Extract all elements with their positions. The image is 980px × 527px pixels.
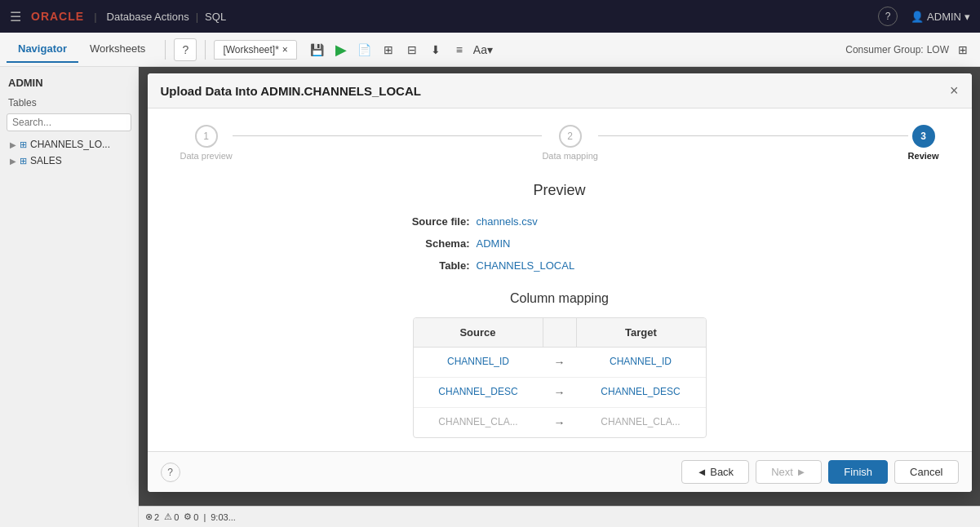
- status-errors: ⊗ 2: [145, 512, 159, 522]
- hamburger-icon[interactable]: ☰: [10, 9, 21, 24]
- status-warnings: ⚠ 0: [164, 512, 179, 522]
- tab-worksheets[interactable]: Worksheets: [78, 36, 157, 63]
- table-icon-2: ⊞: [20, 156, 27, 166]
- column-mapping-title: Column mapping: [197, 291, 923, 306]
- topbar-help-button[interactable]: ?: [878, 7, 898, 26]
- worksheet-tab[interactable]: [Worksheet]* ×: [214, 40, 297, 60]
- modal-footer: ? ◄ Back Next ► Finish Cancel: [148, 451, 972, 492]
- mapping-target-3: CHANNEL_CLA...: [576, 408, 706, 437]
- sidebar-item-channels[interactable]: ▶ ⊞ CHANNELS_LO...: [7, 136, 131, 153]
- preview-title: Preview: [197, 182, 923, 199]
- cancel-button[interactable]: Cancel: [894, 460, 958, 484]
- mapping-table: Source Target CHANNEL_ID → CHANNEL_ID CH…: [413, 317, 707, 438]
- info-icon: ⚙: [184, 512, 192, 522]
- consumer-group-value[interactable]: LOW: [927, 44, 949, 55]
- aa-icon[interactable]: Aa▾: [472, 39, 494, 60]
- mapping-source-1: CHANNEL_ID: [414, 348, 543, 377]
- status-separator: |: [203, 512, 206, 522]
- step-line-2: [598, 135, 908, 136]
- sidebar-schema: ADMIN: [7, 73, 131, 92]
- expand-icon-2: ▶: [10, 157, 16, 166]
- mapping-target-2: CHANNEL_DESC: [576, 378, 706, 407]
- modal-overlay: Upload Data Into ADMIN.CHANNELS_LOCAL × …: [139, 67, 980, 527]
- schema-value: ADMIN: [477, 237, 764, 250]
- step-2-circle: 2: [559, 125, 582, 148]
- mapping-source-3: CHANNEL_CLA...: [414, 408, 543, 437]
- mapping-arrow-1: →: [543, 348, 576, 377]
- table-icon: ⊞: [20, 140, 27, 150]
- step-3-circle: 3: [912, 125, 935, 148]
- close-worksheet-icon[interactable]: ×: [282, 44, 288, 55]
- user-label: ADMIN: [927, 11, 961, 23]
- mapping-arrow-2: →: [543, 378, 576, 407]
- sidebar-search-input[interactable]: [7, 113, 131, 131]
- save-icon[interactable]: 💾: [307, 39, 328, 60]
- mapping-row-2: CHANNEL_DESC → CHANNEL_DESC: [414, 378, 706, 408]
- step-3: 3 Review: [908, 125, 939, 161]
- mapping-header: Source Target: [414, 318, 706, 348]
- toolbar-icons: 💾 ▶ 📄 ⊞ ⊟ ⬇ ≡ Aa▾: [307, 39, 494, 60]
- topbar-page-name: SQL: [205, 11, 226, 23]
- toolbar-divider2: [205, 40, 206, 60]
- run-script-icon[interactable]: 📄: [354, 39, 375, 60]
- step-1-circle: 1: [195, 125, 218, 148]
- tab-navigator[interactable]: Navigator: [7, 36, 78, 63]
- warning-icon: ⚠: [164, 512, 172, 522]
- step-1-label: Data preview: [180, 151, 233, 161]
- oracle-logo: ORACLE: [31, 10, 84, 23]
- stepper: 1 Data preview 2 Data mapping 3 Review: [148, 108, 972, 169]
- toolbar-divider1: [165, 40, 166, 60]
- expand-icon: ▶: [10, 140, 16, 149]
- source-header: Source: [414, 318, 543, 347]
- mapping-row-1: CHANNEL_ID → CHANNEL_ID: [414, 348, 706, 378]
- step-2-label: Data mapping: [542, 151, 598, 161]
- download-icon[interactable]: ⬇: [425, 39, 446, 60]
- schema-label: Schema:: [356, 237, 470, 250]
- next-button[interactable]: Next ►: [756, 460, 822, 484]
- source-file-label: Source file:: [356, 215, 470, 228]
- mapping-target-1: CHANNEL_ID: [576, 348, 706, 377]
- error-icon: ⊗: [145, 512, 153, 522]
- back-button[interactable]: ◄ Back: [681, 460, 749, 484]
- statusbar: ⊗ 2 ⚠ 0 ⚙ 0 | 9:03...: [139, 506, 980, 527]
- mapping-row-3: CHANNEL_CLA... → CHANNEL_CLA...: [414, 408, 706, 437]
- step-line-1: [233, 135, 543, 136]
- footer-left: ?: [161, 463, 180, 482]
- autotrace-icon[interactable]: ≡: [449, 39, 470, 60]
- grid-view-icon[interactable]: ⊞: [952, 39, 973, 60]
- help-button[interactable]: ?: [174, 38, 197, 61]
- table-value: CHANNELS_LOCAL: [477, 259, 764, 272]
- status-info: ⚙ 0: [184, 512, 198, 522]
- target-header: Target: [576, 318, 706, 347]
- finish-button[interactable]: Finish: [828, 460, 888, 484]
- topbar-sep: |: [196, 11, 198, 23]
- upload-modal: Upload Data Into ADMIN.CHANNELS_LOCAL × …: [148, 73, 972, 492]
- sidebar-section-tables: Tables: [7, 95, 131, 110]
- modal-title: Upload Data Into ADMIN.CHANNELS_LOCAL: [161, 84, 421, 98]
- step-2: 2 Data mapping: [542, 125, 598, 161]
- oracle-brand: ORACLE: [31, 10, 84, 23]
- sidebar-item-sales[interactable]: ▶ ⊞ SALES: [7, 153, 131, 169]
- table-label: Table:: [356, 259, 470, 272]
- explain-icon[interactable]: ⊞: [378, 39, 399, 60]
- topbar: ☰ ORACLE | Database Actions | SQL ? 👤 AD…: [0, 0, 980, 33]
- nav-tabs: Navigator Worksheets: [7, 36, 157, 63]
- sidebar: ADMIN Tables ▶ ⊞ CHANNELS_LO... ▶ ⊞ SALE…: [0, 67, 139, 527]
- modal-close-button[interactable]: ×: [950, 83, 959, 98]
- format-icon[interactable]: ⊟: [401, 39, 423, 60]
- topbar-user-menu[interactable]: 👤 ADMIN ▾: [911, 11, 970, 23]
- info-grid: Source file: channels.csv Schema: ADMIN …: [356, 215, 764, 272]
- step-1: 1 Data preview: [180, 125, 233, 161]
- consumer-group: Consumer Group: LOW ⊞: [845, 39, 973, 60]
- footer-help-button[interactable]: ?: [161, 463, 180, 482]
- topbar-app-name: Database Actions: [107, 11, 189, 23]
- status-time: 9:03...: [211, 512, 236, 522]
- mapping-source-2: CHANNEL_DESC: [414, 378, 543, 407]
- source-file-value: channels.csv: [477, 215, 764, 228]
- run-icon[interactable]: ▶: [330, 39, 352, 60]
- toolbar: Navigator Worksheets ? [Worksheet]* × 💾 …: [0, 33, 980, 67]
- user-icon: 👤: [911, 11, 924, 23]
- sidebar-item-label-2: SALES: [30, 155, 62, 166]
- main-layout: ADMIN Tables ▶ ⊞ CHANNELS_LO... ▶ ⊞ SALE…: [0, 67, 980, 527]
- content-area: Upload Data Into ADMIN.CHANNELS_LOCAL × …: [139, 67, 980, 527]
